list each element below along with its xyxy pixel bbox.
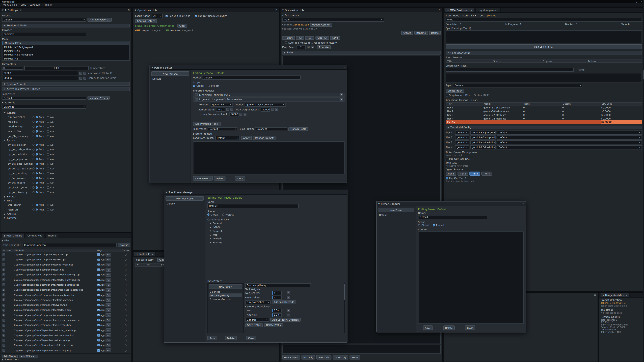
full-button[interactable]: Full <box>106 273 111 277</box>
agg-checkbox[interactable] <box>97 339 100 341</box>
menu-item[interactable]: manual slop <box>3 4 17 6</box>
increment-button[interactable]: + <box>311 45 314 48</box>
tool-preset-dropdown[interactable]: Default <box>2 96 86 100</box>
discussion-action-button[interactable]: MD Only <box>301 355 315 360</box>
new-profile-button[interactable]: New Profile <box>209 284 242 289</box>
ask-radio[interactable] <box>47 130 49 132</box>
agg-checkbox[interactable] <box>97 253 100 256</box>
auto-radio[interactable] <box>36 158 38 160</box>
tier-preset-dropdown[interactable]: Default <box>497 131 642 134</box>
tool-row[interactable]: web_search Auto Ask <box>2 202 130 207</box>
decrement-button[interactable]: - <box>79 72 82 75</box>
panel-menu-icon[interactable]: ☰ <box>20 8 22 11</box>
close-icon[interactable]: ✕ <box>641 0 642 3</box>
category-row[interactable]: ▶ Runtime <box>208 241 345 244</box>
close-button[interactable]: Close <box>246 336 256 340</box>
discussion-manage-button[interactable]: Create <box>401 31 413 35</box>
group-caret-icon[interactable]: ▶ <box>4 213 7 215</box>
remove-file-button[interactable]: x <box>2 309 5 311</box>
history-limit-input[interactable]: 900000 <box>2 76 78 80</box>
agg-checkbox[interactable] <box>97 309 100 311</box>
agg-checkbox[interactable] <box>97 304 100 306</box>
focus-agent-dropdown[interactable]: All <box>152 14 162 18</box>
auto-radio[interactable] <box>36 125 38 128</box>
collapse-icon[interactable]: ▼ <box>2 240 3 242</box>
collapse-icon[interactable]: ▼ <box>282 14 284 16</box>
bias-profile-item[interactable]: Balanced <box>209 290 242 294</box>
agg-checkbox[interactable] <box>97 314 100 316</box>
tier-provider-dropdown[interactable]: gemini <box>455 145 469 149</box>
ask-radio[interactable] <box>47 116 49 118</box>
cache-indicator-icon[interactable]: ○ <box>125 299 127 301</box>
tool-row[interactable]: ▶ Surgical Auto Ask <box>2 195 130 199</box>
panel-tab[interactable]: ▼ MMA Dashboard ✕ <box>445 8 475 12</box>
full-button[interactable]: Full <box>106 268 111 272</box>
tool-enable-radio[interactable] <box>32 187 34 189</box>
increment-button[interactable]: + <box>244 113 246 116</box>
remove-file-button[interactable]: x <box>2 324 5 327</box>
tool-enable-radio[interactable] <box>32 135 34 137</box>
tool-enable-radio[interactable] <box>32 153 34 155</box>
remove-multiplier-button[interactable]: ✕ <box>287 309 290 312</box>
maximize-icon[interactable]: ☐ <box>636 0 637 3</box>
agg-checkbox[interactable] <box>97 279 100 281</box>
tool-preset-list-item[interactable]: Default <box>166 201 204 205</box>
pop-out-task-dag-checkbox[interactable] <box>446 158 448 160</box>
remove-file-button[interactable]: x <box>2 299 5 301</box>
tool-enable-radio[interactable] <box>32 191 34 193</box>
tool-row[interactable]: list_directory Auto Ask <box>2 124 130 129</box>
category-row[interactable]: ▶ Analysis <box>208 237 345 241</box>
tool-row[interactable]: get_file_summary Auto Ask <box>2 134 130 138</box>
remove-file-button[interactable]: x <box>2 294 5 296</box>
group-caret-icon[interactable]: ▼ <box>4 139 7 141</box>
remove-file-button[interactable]: x <box>2 339 5 342</box>
pop-out-tier3-checkbox[interactable] <box>446 177 448 179</box>
category-caret-icon[interactable]: ▶ <box>210 226 211 228</box>
cache-indicator-icon[interactable]: ○ <box>125 253 127 256</box>
discussion-action-button[interactable]: Gen + Send <box>282 355 300 360</box>
persona-list-item[interactable]: Default <box>151 77 189 80</box>
full-button[interactable]: Full <box>106 303 111 307</box>
menu-item[interactable]: Project <box>44 4 52 6</box>
auto-radio[interactable] <box>36 191 38 193</box>
model-option[interactable]: MiniMax-M2.5-highspeed <box>2 45 130 49</box>
model-option[interactable]: MiniMax-M2.5 <box>2 41 130 45</box>
ask-radio[interactable] <box>47 172 49 174</box>
tool-row[interactable]: py_get_class_summar Auto Ask <box>2 161 130 166</box>
delete-button[interactable]: Delete <box>443 326 455 330</box>
tool-row[interactable]: ▶ Runtime Auto Ask <box>2 216 130 220</box>
manage-personas-button[interactable]: Manage Personas <box>88 17 112 21</box>
epic-planning-input[interactable] <box>446 30 642 43</box>
tool-row[interactable]: py_get_imports Auto Ask <box>2 180 130 185</box>
tool-row[interactable]: ▼ General Auto Ask <box>2 111 130 115</box>
decrement-button[interactable]: - <box>79 77 82 79</box>
reorder-handle[interactable]: - <box>195 98 198 101</box>
tool-weight-input[interactable]: 4 <box>272 291 282 295</box>
clear-status-button[interactable]: Clear <box>177 24 187 28</box>
full-button[interactable]: Full <box>106 334 111 337</box>
scope-global-radio[interactable] <box>193 85 195 87</box>
agg-checkbox[interactable] <box>97 299 100 301</box>
remove-weight-button[interactable]: ✕ <box>287 292 290 294</box>
panel-tab[interactable]: ▼ Tool Calls ✕ <box>134 252 156 256</box>
roles-section[interactable]: ▶ Roles <box>282 51 440 54</box>
remove-model-button[interactable]: ✕ <box>340 98 343 101</box>
scrollbar[interactable] <box>643 0 644 362</box>
entry-button[interactable]: -All <box>296 36 304 40</box>
track-type-dropdown[interactable]: feature <box>453 83 582 87</box>
manage-tools-button[interactable]: Manage Tools <box>288 127 308 131</box>
delete-button[interactable]: Delete <box>225 336 237 340</box>
track-name-input[interactable] <box>446 68 574 71</box>
tier-model-dropdown[interactable]: gemini-3.1-pro-preview <box>470 131 496 134</box>
auto-radio[interactable] <box>36 163 38 165</box>
add-category-override-button[interactable]: Add Category Override <box>270 318 301 322</box>
full-button[interactable]: Full <box>106 298 111 302</box>
panel-tab[interactable]: ▼ Usage Analytics ✕ <box>600 293 630 297</box>
close-panel-icon[interactable]: ✕ <box>128 8 130 11</box>
model-option[interactable]: MiniMax-M2.1-highspeed <box>2 53 130 57</box>
auto-radio[interactable] <box>36 135 38 137</box>
system-prompts-section[interactable]: ▶ System Prompts <box>2 82 130 86</box>
tool-enable-radio[interactable] <box>32 116 34 118</box>
auto-radio[interactable] <box>36 121 38 123</box>
tier-model-dropdown[interactable]: gemini-2.5-flash-lite <box>470 140 496 144</box>
